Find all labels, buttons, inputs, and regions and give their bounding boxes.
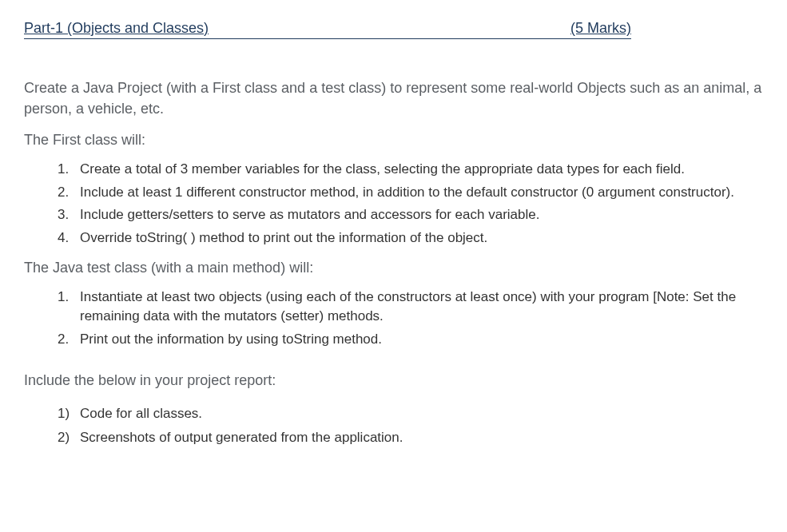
list-item: Screenshots of output generated from the… <box>80 427 763 448</box>
test-class-heading: The Java test class (with a main method)… <box>24 260 763 276</box>
document-header: Part-1 (Objects and Classes) (5 Marks) <box>24 20 631 39</box>
list-item: Override toString( ) method to print out… <box>80 228 763 248</box>
list-item: Code for all classes. <box>80 403 763 424</box>
report-heading: Include the below in your project report… <box>24 372 763 389</box>
test-class-list: Instantiate at least two objects (using … <box>24 288 763 350</box>
list-item: Include at least 1 different constructor… <box>80 183 763 203</box>
list-item: Include getters/setters to serve as muta… <box>80 205 763 225</box>
intro-paragraph: Create a Java Project (with a First clas… <box>24 77 763 119</box>
list-item: Create a total of 3 member variables for… <box>80 160 763 180</box>
part-title: Part-1 (Objects and Classes) <box>24 20 209 37</box>
list-item: Print out the information by using toStr… <box>80 330 763 350</box>
report-list: Code for all classes. Screenshots of out… <box>24 403 763 449</box>
list-item: Instantiate at least two objects (using … <box>80 288 763 327</box>
first-class-heading: The First class will: <box>24 132 763 149</box>
marks-label: (5 Marks) <box>570 20 631 37</box>
first-class-list: Create a total of 3 member variables for… <box>24 160 763 248</box>
